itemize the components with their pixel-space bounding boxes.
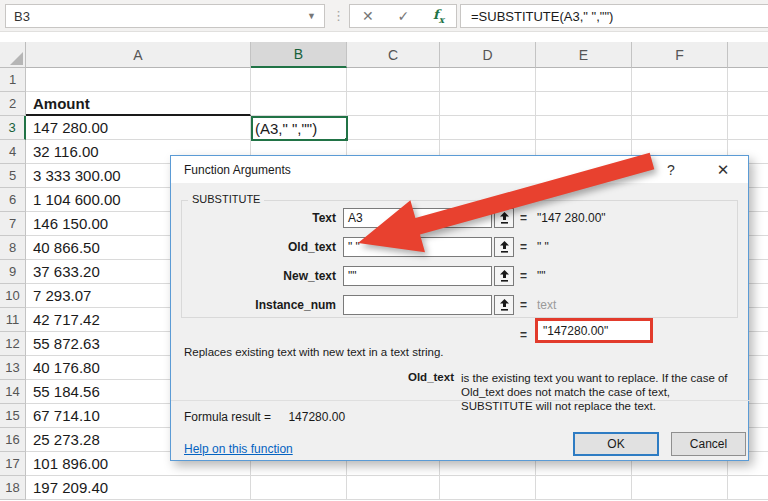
cell-E1[interactable] (536, 68, 632, 92)
column-header-E[interactable]: E (536, 42, 632, 68)
cancel-button[interactable]: Cancel (671, 432, 746, 456)
cell-E3[interactable] (536, 116, 632, 140)
cell-D3[interactable] (440, 116, 536, 140)
cell-B18[interactable] (251, 476, 347, 500)
field-row-instance-num: Instance_num = text (171, 295, 750, 315)
cell-B1[interactable] (251, 68, 347, 92)
row-header-5[interactable]: 5 (0, 164, 26, 188)
cell-A3[interactable]: 147 280.00 (26, 116, 251, 140)
formula-input[interactable]: =SUBSTITUTE(A3," ","") (460, 4, 768, 28)
field-result-text: "147 280.00" (537, 211, 606, 225)
name-box-dropdown-icon[interactable]: ▼ (307, 11, 316, 21)
cancel-entry-icon[interactable]: ✕ (362, 8, 374, 24)
dialog-title: Function Arguments (184, 163, 291, 177)
equals-sign: = (520, 269, 532, 283)
row-header-16[interactable]: 16 (0, 428, 26, 452)
name-box-value: B3 (14, 9, 30, 24)
field-label-new-text: New_text (171, 269, 336, 283)
collapse-dialog-icon (499, 299, 510, 311)
row-header-4[interactable]: 4 (0, 140, 26, 164)
dialog-help-icon[interactable]: ? (656, 156, 686, 183)
select-all-corner[interactable] (0, 42, 26, 68)
column-header-C[interactable]: C (347, 42, 440, 68)
field-label-instance-num: Instance_num (171, 298, 336, 312)
cell-D18[interactable] (440, 476, 536, 500)
cell-F3[interactable] (632, 116, 728, 140)
highlighted-result-box: "147280.00" (535, 318, 653, 343)
equals-sign: = (520, 211, 532, 225)
selected-cell-b3[interactable]: (A3," ","") (251, 116, 348, 141)
cell-G3[interactable] (728, 116, 768, 140)
cell-A2[interactable]: Amount (26, 92, 251, 116)
row-header-9[interactable]: 9 (0, 260, 26, 284)
range-picker-button[interactable] (494, 208, 514, 228)
insert-function-icon[interactable]: fx (433, 7, 444, 25)
row-header-6[interactable]: 6 (0, 188, 26, 212)
cell-F18[interactable] (632, 476, 728, 500)
row-header-3[interactable]: 3 (0, 116, 26, 140)
row-header-12[interactable]: 12 (0, 332, 26, 356)
cell-C1[interactable] (347, 68, 440, 92)
ok-button[interactable]: OK (573, 432, 659, 456)
range-picker-button[interactable] (494, 237, 514, 257)
enter-entry-icon[interactable]: ✓ (398, 8, 410, 24)
column-header-partial[interactable] (728, 42, 768, 68)
column-header-A[interactable]: A (26, 42, 251, 68)
range-picker-button[interactable] (494, 295, 514, 315)
field-result-old-text: " " (537, 240, 549, 254)
field-input-new-text[interactable]: "" (343, 266, 492, 286)
function-description: Replaces existing text with new text in … (184, 346, 444, 358)
collapse-dialog-icon (499, 270, 510, 282)
cell-G2[interactable] (728, 92, 768, 116)
cell-B2[interactable] (251, 92, 347, 116)
row-header-13[interactable]: 13 (0, 356, 26, 380)
formula-bar-separator: ⋮ (332, 5, 344, 27)
equals-sign: = (520, 240, 532, 254)
cell-E2[interactable] (536, 92, 632, 116)
cell-A18[interactable]: 197 209.40 (26, 476, 251, 500)
excel-window: B3 ▼ ⋮ ✕ ✓ fx =SUBSTITUTE(A3," ","") ABC… (0, 0, 768, 501)
column-header-F[interactable]: F (632, 42, 728, 68)
cell-G1[interactable] (728, 68, 768, 92)
field-input-text[interactable]: A3 (343, 208, 492, 228)
row-header-17[interactable]: 17 (0, 452, 26, 476)
column-header-D[interactable]: D (440, 42, 536, 68)
row-header-18[interactable]: 18 (0, 476, 26, 500)
cell-F2[interactable] (632, 92, 728, 116)
row-header-10[interactable]: 10 (0, 284, 26, 308)
cell-D1[interactable] (440, 68, 536, 92)
row-header-2[interactable]: 2 (0, 92, 26, 116)
row-header-7[interactable]: 7 (0, 212, 26, 236)
cell-C18[interactable] (347, 476, 440, 500)
range-picker-button[interactable] (494, 266, 514, 286)
field-input-old-text[interactable]: " " (343, 237, 492, 257)
cell-C3[interactable] (347, 116, 440, 140)
cell-D2[interactable] (440, 92, 536, 116)
field-result-instance-num: text (537, 298, 556, 312)
field-input-instance-num[interactable] (343, 295, 492, 315)
function-arguments-dialog: Function Arguments ? ✕ SUBSTITUTE Text A… (170, 155, 749, 461)
row-header-1[interactable]: 1 (0, 68, 26, 92)
field-row-old-text: Old_text " " = " " (171, 237, 750, 257)
cell-A1[interactable] (26, 68, 251, 92)
formula-result-value: 147280.00 (288, 410, 345, 424)
row-header-11[interactable]: 11 (0, 308, 26, 332)
row-header-8[interactable]: 8 (0, 236, 26, 260)
cell-C2[interactable] (347, 92, 440, 116)
dialog-titlebar[interactable]: Function Arguments ? ✕ (171, 156, 748, 183)
column-header-B[interactable]: B (251, 42, 347, 68)
formula-result-label: Formula result = (184, 410, 271, 424)
field-label-old-text: Old_text (171, 240, 336, 254)
name-box[interactable]: B3 ▼ (5, 4, 325, 28)
cell-F1[interactable] (632, 68, 728, 92)
dialog-close-icon[interactable]: ✕ (706, 156, 740, 183)
help-link[interactable]: Help on this function (184, 442, 293, 456)
function-name-label: SUBSTITUTE (188, 193, 264, 205)
collapse-dialog-icon (499, 212, 510, 224)
fill-handle[interactable] (344, 137, 348, 141)
row-header-14[interactable]: 14 (0, 380, 26, 404)
row-header-15[interactable]: 15 (0, 404, 26, 428)
cell-G18[interactable] (728, 476, 768, 500)
cell-E18[interactable] (536, 476, 632, 500)
formula-controls: ✕ ✓ fx (349, 4, 457, 28)
